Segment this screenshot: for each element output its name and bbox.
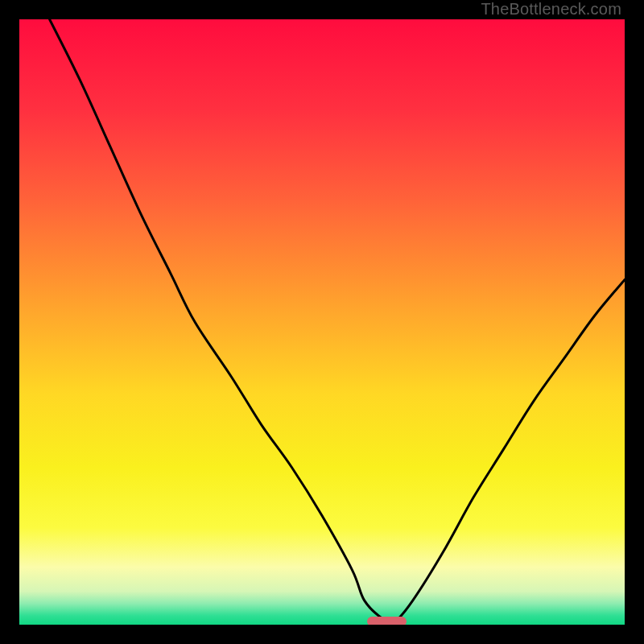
plot-area — [19, 19, 625, 625]
optimal-marker — [367, 617, 407, 625]
watermark-text: TheBottleneck.com — [481, 0, 621, 19]
chart-container: TheBottleneck.com — [0, 0, 644, 644]
bottleneck-curve — [19, 19, 625, 625]
